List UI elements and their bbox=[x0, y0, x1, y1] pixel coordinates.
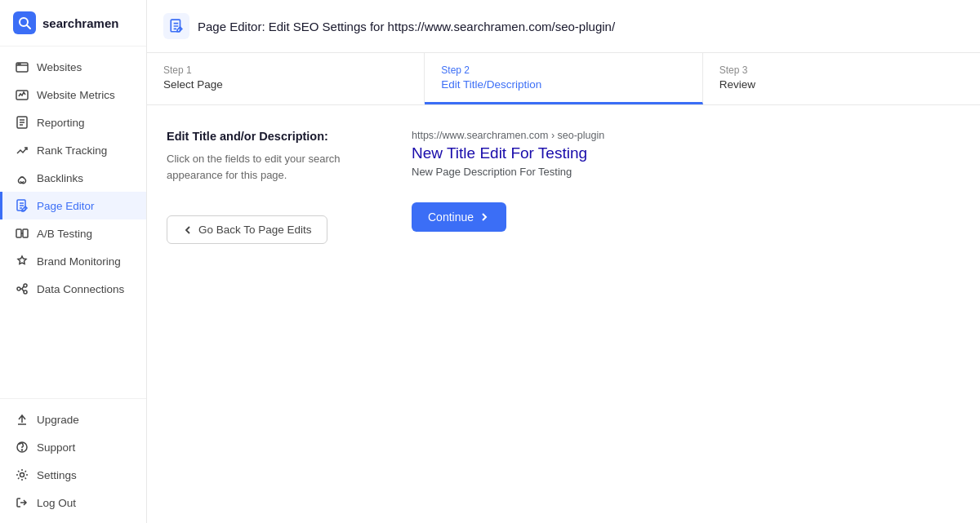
support-icon bbox=[16, 441, 29, 454]
step-1: Step 1 Select Page bbox=[147, 53, 425, 104]
edit-description: Click on the fields to edit your search … bbox=[167, 151, 363, 183]
brand-monitoring-icon bbox=[16, 255, 29, 268]
step-2-label: Edit Title/Description bbox=[441, 78, 685, 91]
serp-desc: New Page Description For Testing bbox=[412, 166, 960, 178]
svg-rect-8 bbox=[16, 229, 21, 237]
sidebar-item-settings[interactable]: Settings bbox=[0, 461, 146, 489]
sidebar-item-upgrade-label: Upgrade bbox=[37, 414, 79, 426]
logo-icon bbox=[13, 11, 36, 34]
page-editor-icon bbox=[16, 199, 29, 212]
left-panel: Edit Title and/or Description: Click on … bbox=[167, 130, 363, 499]
svg-point-4 bbox=[20, 64, 20, 64]
sidebar-nav: Websites Website Metrics Reporting Rank … bbox=[0, 47, 146, 398]
ab-testing-icon bbox=[16, 227, 29, 240]
sidebar-item-data-connections-label: Data Connections bbox=[37, 283, 124, 295]
sidebar-item-rank-tracking[interactable]: Rank Tracking bbox=[0, 136, 146, 164]
content-area: Edit Title and/or Description: Click on … bbox=[147, 105, 980, 523]
go-back-button[interactable]: Go Back To Page Edits bbox=[167, 215, 327, 244]
sidebar: searchramen Websites Website Metrics bbox=[0, 0, 147, 523]
serp-url: https://www.searchramen.com › seo-plugin bbox=[412, 130, 960, 141]
website-metrics-icon bbox=[16, 88, 29, 101]
svg-point-10 bbox=[17, 287, 20, 290]
sidebar-item-data-connections[interactable]: Data Connections bbox=[0, 275, 146, 303]
svg-rect-9 bbox=[23, 229, 28, 237]
sidebar-item-logout-label: Log Out bbox=[37, 497, 76, 509]
go-back-label: Go Back To Page Edits bbox=[198, 224, 312, 236]
steps-bar: Step 1 Select Page Step 2 Edit Title/Des… bbox=[147, 53, 980, 105]
sidebar-logo[interactable]: searchramen bbox=[0, 0, 146, 47]
main-content: Page Editor: Edit SEO Settings for https… bbox=[147, 0, 980, 523]
sidebar-item-brand-monitoring[interactable]: Brand Monitoring bbox=[0, 247, 146, 275]
sidebar-item-website-metrics-label: Website Metrics bbox=[37, 89, 115, 101]
page-header-title: Page Editor: Edit SEO Settings for https… bbox=[198, 20, 615, 33]
sidebar-item-backlinks[interactable]: Backlinks bbox=[0, 164, 146, 192]
svg-point-14 bbox=[22, 450, 23, 450]
rank-tracking-icon bbox=[16, 144, 29, 157]
settings-icon bbox=[16, 468, 29, 481]
sidebar-item-support-label: Support bbox=[37, 441, 75, 454]
websites-icon bbox=[16, 60, 29, 73]
page-editor-header-icon bbox=[163, 13, 189, 39]
sidebar-item-page-editor[interactable]: Page Editor bbox=[0, 192, 146, 219]
continue-label: Continue bbox=[428, 211, 474, 224]
svg-point-3 bbox=[18, 64, 19, 64]
edit-title-heading: Edit Title and/or Description: bbox=[167, 130, 363, 143]
sidebar-item-ab-testing[interactable]: A/B Testing bbox=[0, 219, 146, 247]
serp-title[interactable]: New Title Edit For Testing bbox=[412, 144, 960, 162]
serp-preview: https://www.searchramen.com › seo-plugin… bbox=[412, 130, 960, 178]
sidebar-item-ab-testing-label: A/B Testing bbox=[37, 228, 92, 240]
chevron-left-icon bbox=[182, 224, 194, 236]
backlinks-icon bbox=[16, 171, 29, 184]
sidebar-bottom: Upgrade Support Settings Log Out bbox=[0, 398, 146, 523]
step-3-label: Review bbox=[719, 78, 964, 91]
upgrade-icon bbox=[16, 413, 29, 426]
sidebar-item-reporting[interactable]: Reporting bbox=[0, 109, 146, 136]
sidebar-item-rank-tracking-label: Rank Tracking bbox=[37, 144, 107, 157]
sidebar-item-websites[interactable]: Websites bbox=[0, 53, 146, 81]
page-header: Page Editor: Edit SEO Settings for https… bbox=[147, 0, 980, 53]
svg-point-15 bbox=[20, 473, 24, 477]
sidebar-item-websites-label: Websites bbox=[37, 61, 82, 73]
right-panel: https://www.searchramen.com › seo-plugin… bbox=[412, 130, 960, 499]
step-3: Step 3 Review bbox=[703, 53, 980, 104]
sidebar-item-settings-label: Settings bbox=[37, 469, 77, 481]
sidebar-item-reporting-label: Reporting bbox=[37, 117, 85, 129]
reporting-icon bbox=[16, 116, 29, 129]
logo-text: searchramen bbox=[42, 16, 118, 30]
svg-point-11 bbox=[24, 284, 27, 287]
svg-line-1 bbox=[27, 25, 30, 29]
logout-icon bbox=[16, 496, 29, 509]
step-2: Step 2 Edit Title/Description bbox=[425, 53, 702, 104]
step-3-number: Step 3 bbox=[719, 64, 964, 76]
step-1-number: Step 1 bbox=[163, 64, 408, 76]
sidebar-item-page-editor-label: Page Editor bbox=[37, 200, 95, 212]
data-connections-icon bbox=[16, 282, 29, 295]
sidebar-item-logout[interactable]: Log Out bbox=[0, 489, 146, 516]
svg-point-12 bbox=[24, 290, 27, 294]
sidebar-item-website-metrics[interactable]: Website Metrics bbox=[0, 81, 146, 109]
step-2-number: Step 2 bbox=[441, 64, 685, 76]
chevron-right-icon bbox=[479, 211, 490, 223]
sidebar-item-backlinks-label: Backlinks bbox=[37, 172, 83, 184]
sidebar-item-upgrade[interactable]: Upgrade bbox=[0, 406, 146, 433]
sidebar-item-brand-monitoring-label: Brand Monitoring bbox=[37, 255, 121, 268]
step-1-label: Select Page bbox=[163, 78, 408, 91]
continue-button[interactable]: Continue bbox=[412, 202, 506, 232]
sidebar-item-support[interactable]: Support bbox=[0, 433, 146, 461]
